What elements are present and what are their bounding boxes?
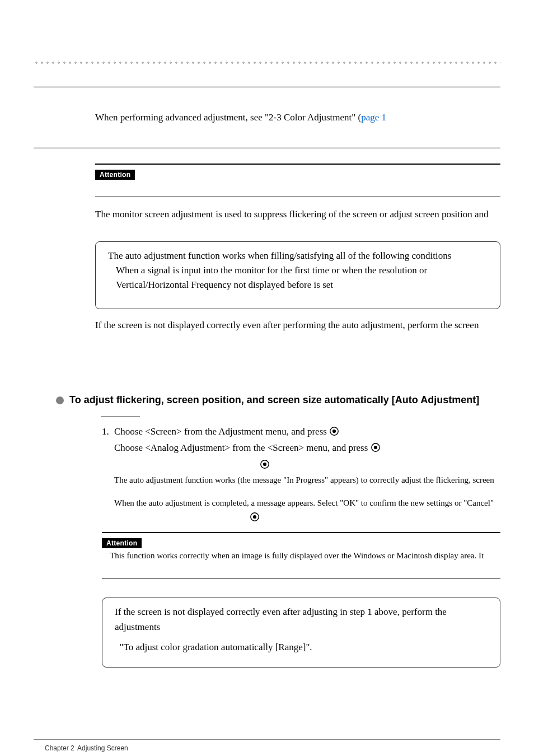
step1-line2: Choose <Analog Adjustment> from the <Scr…	[114, 442, 371, 453]
step1-line2-row: Choose <Analog Adjustment> from the <Scr…	[67, 441, 500, 457]
sec21-text-pre: When performing advanced adjustment, see…	[95, 112, 361, 123]
bullet-title: To adjust flickering, screen position, a…	[69, 394, 479, 406]
step1-icon-row2	[67, 510, 500, 526]
gray-rule	[34, 147, 500, 149]
note-line1: The auto adjustment function works when …	[105, 249, 491, 263]
box-line2: "To adjust color gradation automatically…	[111, 640, 491, 655]
svg-point-1	[333, 430, 336, 433]
page-link[interactable]: page 1	[361, 112, 386, 123]
step-number: 1.	[102, 424, 114, 439]
box-line1: If the screen is not displayed correctly…	[111, 605, 491, 634]
footer-text: Chapter 2 Adjusting Screen	[34, 744, 500, 752]
step1-line1: Choose <Screen> from the Adjustment menu…	[114, 426, 329, 437]
enter-button-icon	[250, 512, 260, 526]
footer-rule	[34, 739, 500, 740]
procedure-label-rule	[101, 416, 140, 417]
note-line2: When a signal is input into the monitor …	[105, 263, 491, 293]
black-rule	[95, 164, 500, 165]
attention-badge: Attention	[95, 170, 135, 180]
bullet-disc-icon	[56, 396, 64, 404]
page: When performing advanced adjustment, see…	[0, 0, 534, 756]
sec21-body: When performing advanced adjustment, see…	[34, 110, 500, 125]
note-box: If the screen is not displayed correctly…	[102, 598, 500, 668]
sec22-after-note: If the screen is not displayed correctly…	[95, 318, 500, 333]
step-1: 1.Choose <Screen> from the Adjustment me…	[67, 424, 500, 441]
svg-point-3	[374, 446, 377, 449]
attention-badge: Attention	[102, 538, 142, 548]
svg-point-5	[264, 463, 266, 465]
page-footer: Chapter 2 Adjusting Screen	[34, 735, 500, 752]
attention-text: This function works correctly when an im…	[102, 548, 500, 562]
step1-msg1: The auto adjustment function works (the …	[67, 474, 500, 487]
sec22-block: Attention The monitor screen adjustment …	[34, 164, 500, 333]
enter-button-icon	[371, 442, 381, 457]
enter-button-icon	[260, 459, 270, 474]
sec22-intro: The monitor screen adjustment is used to…	[95, 207, 500, 222]
enter-button-icon	[329, 426, 339, 441]
gray-rule	[34, 86, 500, 88]
dotted-divider	[34, 62, 500, 64]
bullet-heading: To adjust flickering, screen position, a…	[56, 394, 500, 406]
note-box: The auto adjustment function works when …	[95, 241, 500, 309]
procedure-block: 1.Choose <Screen> from the Adjustment me…	[67, 416, 500, 668]
step1-msg2: When the auto adjustment is completed, a…	[67, 497, 500, 510]
black-rule	[102, 532, 500, 533]
step1-icon-row	[67, 458, 500, 474]
svg-point-7	[254, 515, 256, 518]
